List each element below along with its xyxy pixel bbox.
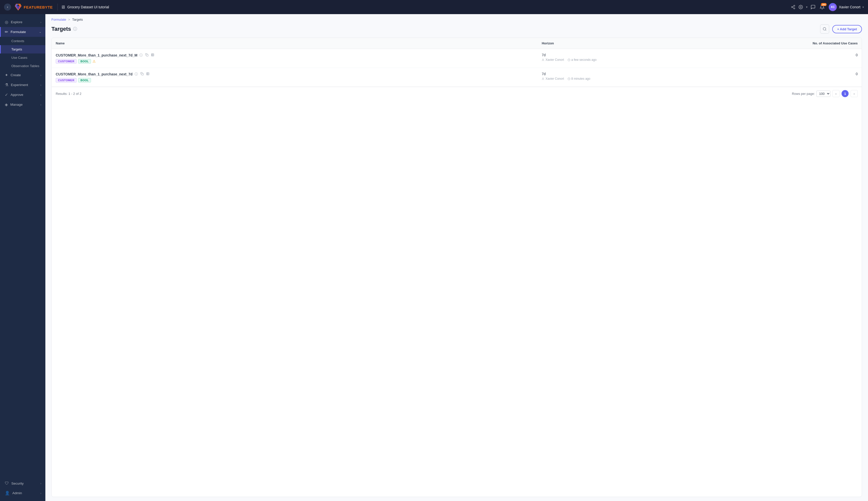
share-button[interactable] <box>791 5 795 9</box>
tag-customer-row1: CUSTOMER <box>56 59 77 64</box>
logo-text: FEATUREBYTE <box>24 5 53 9</box>
sidebar-item-admin[interactable]: 👤 Admin › <box>0 488 45 498</box>
rows-per-page: Rows per page: 100 50 25 <box>792 90 831 97</box>
svg-point-6 <box>794 5 795 7</box>
experiment-icon: ⚗ <box>5 83 8 87</box>
table-icon-row2[interactable] <box>146 72 150 76</box>
chat-button[interactable] <box>811 4 816 10</box>
chevron-right-icon: › <box>40 103 41 106</box>
sidebar-item-label: Explore <box>11 20 38 24</box>
svg-point-19 <box>542 59 543 60</box>
svg-rect-22 <box>146 73 149 75</box>
target-name-row2: CUSTOMER_More_than_1_purchase_next_7d ⓘ <box>56 72 534 76</box>
admin-icon: 👤 <box>5 491 10 495</box>
sidebar-item-label: Formulate <box>11 30 36 34</box>
table-row[interactable]: CUSTOMER_More_than_1_purchase_next_7d ⓘ <box>52 68 862 87</box>
notification-badge: 282 <box>821 3 827 6</box>
clock-icon <box>568 58 570 61</box>
svg-point-12 <box>823 28 826 30</box>
content-area: Formulate > Targets Targets ⓘ + Add Targ… <box>45 14 868 501</box>
rows-per-page-select[interactable]: 100 50 25 <box>816 90 831 97</box>
target-name-row1: CUSTOMER_More_than_1_purchase_next_7d_M … <box>56 53 534 57</box>
approve-icon: ✓ <box>5 92 8 97</box>
svg-line-13 <box>825 30 826 31</box>
sidebar-item-label: Approve <box>11 93 38 97</box>
top-navigation: ‹ FEATUREBYTE 🖥 Grocery Dataset UI tutor… <box>0 0 868 14</box>
horizon-row1: 7d <box>542 53 696 57</box>
svg-point-26 <box>542 78 543 79</box>
sidebar: ◎ Explore › ✏ Formulate ⌄ Contexts Targe… <box>0 14 45 501</box>
sidebar-item-use-cases[interactable]: Use Cases <box>0 53 45 62</box>
chevron-right-icon: › <box>40 21 41 24</box>
copy-icon-row2[interactable] <box>140 72 144 76</box>
prev-page-button[interactable]: ‹ <box>833 90 839 97</box>
user-name: Xavier Conort <box>839 5 860 9</box>
sidebar-item-label: Admin <box>12 491 38 495</box>
breadcrumb: Formulate > Targets <box>45 14 868 21</box>
project-selector[interactable]: 🖥 Grocery Dataset UI tutorial <box>61 4 788 10</box>
rows-per-page-label: Rows per page: <box>792 92 815 96</box>
search-button[interactable] <box>820 24 829 34</box>
manage-icon: ◈ <box>5 102 8 107</box>
chevron-right-icon: › <box>40 482 41 485</box>
sidebar-item-approve[interactable]: ✓ Approve › <box>0 90 45 100</box>
results-text: Results: 1 - 2 of 2 <box>56 92 81 96</box>
chat-icon <box>811 4 816 10</box>
col-header-usecases: No. of Associated Use Cases <box>700 38 862 49</box>
chevron-right-icon: › <box>40 93 41 96</box>
current-page[interactable]: 1 <box>842 90 849 97</box>
settings-button[interactable] <box>799 5 803 9</box>
info-icon[interactable]: ⓘ <box>73 26 77 32</box>
page-header: Targets ⓘ + Add Target <box>45 21 868 34</box>
sidebar-item-experiment[interactable]: ⚗ Experiment › <box>0 80 45 90</box>
page-actions: + Add Target <box>820 24 862 34</box>
sidebar-item-formulate[interactable]: ✏ Formulate ⌄ <box>0 27 45 37</box>
svg-rect-15 <box>152 54 154 56</box>
sidebar-item-create[interactable]: ✦ Create › <box>0 70 45 80</box>
warning-icon-row1: ⚠ <box>92 59 96 63</box>
svg-point-11 <box>800 7 801 8</box>
svg-line-10 <box>793 6 794 7</box>
sidebar-item-manage[interactable]: ◈ Manage › <box>0 100 45 109</box>
breadcrumb-parent[interactable]: Formulate <box>52 18 66 21</box>
chevron-right-icon: › <box>40 74 41 77</box>
col-header-name: Name <box>52 38 538 49</box>
sidebar-item-targets[interactable]: Targets <box>0 45 45 53</box>
horizon-row2: 7d <box>542 72 696 76</box>
settings-icon <box>799 5 803 9</box>
pagination: Rows per page: 100 50 25 ‹ 1 › <box>792 90 858 97</box>
table-footer: Results: 1 - 2 of 2 Rows per page: 100 5… <box>52 87 862 100</box>
notification-button[interactable]: 282 <box>820 4 825 10</box>
sidebar-item-contexts[interactable]: Contexts <box>0 37 45 45</box>
nav-divider <box>57 3 58 11</box>
breadcrumb-current: Targets <box>72 18 83 21</box>
info-icon-row2[interactable]: ⓘ <box>134 72 139 76</box>
sidebar-item-label: Create <box>11 73 38 77</box>
user-menu[interactable]: XC Xavier Conort ▾ <box>829 3 864 11</box>
sidebar-collapse-button[interactable]: ‹ <box>4 3 11 11</box>
monitor-icon: 🖥 <box>61 4 65 10</box>
avatar: XC <box>829 3 837 11</box>
project-name: Grocery Dataset UI tutorial <box>67 5 109 9</box>
sidebar-item-security[interactable]: 🛡 Security › <box>0 479 45 488</box>
sidebar-item-label: Security <box>11 482 38 486</box>
sidebar-item-observation-tables[interactable]: Observation Tables <box>0 62 45 70</box>
search-icon <box>823 27 827 31</box>
targets-table-container: Name Horizon No. of Associated Use Cases… <box>52 38 862 497</box>
copy-icon-row1[interactable] <box>145 53 149 57</box>
logo: FEATUREBYTE <box>14 3 54 11</box>
main-layout: ◎ Explore › ✏ Formulate ⌄ Contexts Targe… <box>0 14 868 501</box>
formulate-submenu: Contexts Targets Use Cases Observation T… <box>0 37 45 70</box>
sidebar-item-explore[interactable]: ◎ Explore › <box>0 17 45 27</box>
formulate-icon: ✏ <box>5 30 8 34</box>
create-icon: ✦ <box>5 73 8 77</box>
table-icon-row1[interactable] <box>151 53 155 57</box>
page-title-row: Targets ⓘ <box>52 26 77 32</box>
next-page-button[interactable]: › <box>850 90 858 97</box>
info-icon-row1[interactable]: ⓘ <box>139 53 143 57</box>
add-target-button[interactable]: + Add Target <box>832 25 862 33</box>
tag-bool-row1: BOOL <box>78 59 91 64</box>
project-dropdown-button[interactable]: ▾ <box>806 5 807 9</box>
table-row[interactable]: CUSTOMER_More_than_1_purchase_next_7d_M … <box>52 49 862 68</box>
user-icon <box>542 58 545 61</box>
